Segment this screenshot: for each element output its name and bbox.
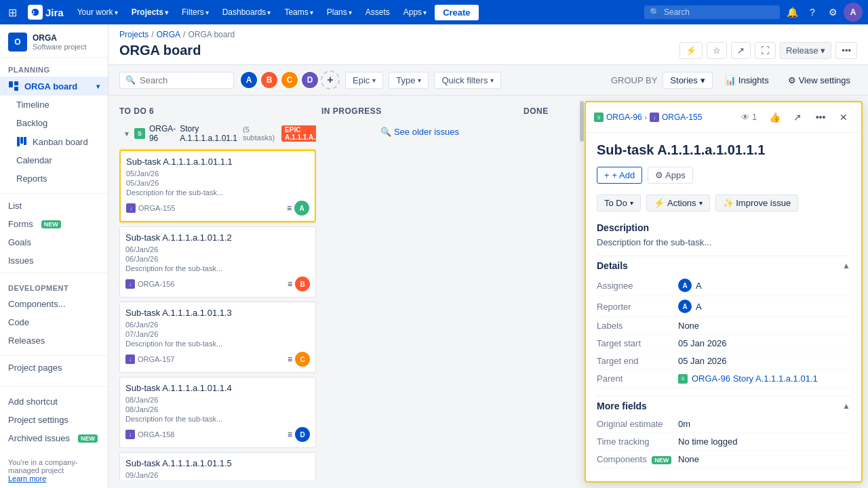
sidebar-item-goals[interactable]: Goals <box>0 233 108 251</box>
card-156-title: Sub-task A.1.1.1.a.1.01.1.2 <box>125 232 310 243</box>
board-search-input[interactable] <box>140 75 228 85</box>
share-icon-btn[interactable]: ↗ <box>731 42 751 59</box>
board-search-wrap[interactable]: 🔍 <box>119 72 234 89</box>
projects-menu[interactable]: Projects▾ <box>126 5 174 20</box>
details-header[interactable]: Details ▲ <box>597 256 850 275</box>
plans-menu[interactable]: Plans▾ <box>321 5 357 20</box>
original-estimate-value: 0m <box>678 419 690 429</box>
apps-menu[interactable]: Apps▾ <box>398 5 432 20</box>
panel-bc-parent-link[interactable]: ORGA-96 <box>606 113 642 122</box>
help-icon[interactable]: ? <box>803 3 822 22</box>
epic-header[interactable]: ▼ S ORGA-96 Story A.1.1.1.a.1.01.1 (5 su… <box>119 121 316 146</box>
card-159[interactable]: Sub-task A.1.1.1.a.1.01.1.5 09/Jan/26 09… <box>119 452 316 480</box>
sidebar-item-code[interactable]: Code <box>0 313 108 331</box>
thumbs-up-btn[interactable]: 👍 <box>765 108 784 127</box>
more-fields-header[interactable]: More fields ▲ <box>597 396 850 415</box>
expand-icon-btn[interactable]: ⛶ <box>755 42 776 59</box>
close-panel-btn[interactable]: ✕ <box>834 108 853 127</box>
description-section: Description Description for the sub-task… <box>597 222 850 247</box>
sidebar-item-board[interactable]: ORGA board ▾ <box>0 77 108 96</box>
actions-btn[interactable]: ⚡ Actions ▾ <box>646 195 710 211</box>
share-panel-btn[interactable]: ↗ <box>788 108 807 127</box>
more-panel-btn[interactable]: ••• <box>811 108 830 127</box>
more-options-btn[interactable]: ••• <box>835 42 857 59</box>
breadcrumb-orga[interactable]: ORGA <box>157 30 180 39</box>
sidebar-item-timeline[interactable]: Timeline <box>0 96 108 114</box>
filters-menu[interactable]: Filters▾ <box>176 5 214 20</box>
avatar-c[interactable]: C <box>280 70 299 89</box>
sidebar-item-components[interactable]: Components... <box>0 295 108 313</box>
kanban-icon <box>16 136 27 147</box>
create-button[interactable]: Create <box>435 5 478 20</box>
sidebar-item-issues[interactable]: Issues <box>0 251 108 270</box>
details-section: Details ▲ Assignee A A Reporter <box>597 256 850 388</box>
view-settings-btn[interactable]: ⚙ View settings <box>781 73 857 88</box>
sidebar-item-add-shortcut[interactable]: Add shortcut <box>0 392 108 411</box>
sidebar-item-reports[interactable]: Reports <box>0 169 108 188</box>
footer-text: You're in a company-managed project <box>8 458 100 474</box>
breadcrumb-projects[interactable]: Projects <box>119 30 149 39</box>
card-157-desc: Description for the sub-task... <box>125 340 310 348</box>
svg-rect-6 <box>20 137 23 144</box>
star-icon-btn[interactable]: ☆ <box>707 42 727 59</box>
stories-filter-btn[interactable]: Stories ▾ <box>663 72 712 89</box>
target-start-label: Target start <box>597 338 678 348</box>
board-scrollbar[interactable] <box>579 96 585 488</box>
release-button[interactable]: Release ▾ <box>780 42 831 59</box>
add-avatar-btn[interactable]: + <box>321 70 340 89</box>
user-avatar[interactable]: A <box>844 3 863 22</box>
search-input[interactable] <box>664 7 759 17</box>
archived-badge: NEW <box>78 434 98 443</box>
card-158[interactable]: Sub-task A.1.1.1.a.1.01.1.4 08/Jan/26 08… <box>119 377 316 448</box>
board-scroll-thumb[interactable] <box>580 101 584 142</box>
board-label: ORGA board <box>24 81 77 92</box>
type-filter-btn[interactable]: Type ▾ <box>389 72 429 89</box>
search-bar[interactable]: 🔍 <box>644 5 780 19</box>
see-older-btn[interactable]: 🔍 See older issues <box>321 121 518 142</box>
card-158-id: ORGA-158 <box>138 430 174 439</box>
card-156[interactable]: Sub-task A.1.1.1.a.1.01.1.2 06/Jan/26 06… <box>119 226 316 298</box>
sidebar-item-archived[interactable]: Archived issues NEW <box>0 429 108 447</box>
details-label: Details <box>597 260 628 271</box>
your-work-menu[interactable]: Your work▾ <box>72 5 123 20</box>
improve-btn[interactable]: ✨ Improve issue <box>715 195 799 211</box>
card-157[interactable]: Sub-task A.1.1.1.a.1.01.1.3 06/Jan/26 07… <box>119 302 316 373</box>
main-content: Projects / ORGA / ORGA board ORGA board … <box>108 24 868 488</box>
panel-bc-current-link[interactable]: ORGA-155 <box>662 113 702 122</box>
assignee-avatar: A <box>678 279 692 292</box>
panel-breadcrumb: S ORGA-96 › ↓ ORGA-155 <box>594 113 702 122</box>
learn-more-link[interactable]: Learn more <box>8 474 46 483</box>
card-155[interactable]: Sub-task A.1.1.1.a.1.01.1.1 05/Jan/26 05… <box>119 150 316 222</box>
panel-apps-btn[interactable]: ⚙ Apps <box>648 167 693 184</box>
bolt-icon-btn[interactable]: ⚡ <box>679 42 703 59</box>
avatar-d[interactable]: D <box>300 70 319 89</box>
insights-btn[interactable]: 📊 Insights <box>718 73 776 88</box>
settings-icon[interactable]: ⚙ <box>823 3 842 22</box>
apps-grid-icon[interactable]: ⊞ <box>5 3 20 22</box>
svg-rect-7 <box>24 137 26 145</box>
avatar-b[interactable]: B <box>260 70 279 89</box>
page-title-row: ORGA board ⚡ ☆ ↗ ⛶ Release ▾ ••• <box>119 42 857 64</box>
card-157-title: Sub-task A.1.1.1.a.1.01.1.3 <box>125 308 310 318</box>
sidebar-item-list[interactable]: List <box>0 197 108 215</box>
sidebar-item-calendar[interactable]: Calendar <box>0 151 108 169</box>
sidebar-item-backlog[interactable]: Backlog <box>0 114 108 132</box>
sidebar-item-releases[interactable]: Releases <box>0 331 108 350</box>
watchers-btn[interactable]: 👁 1 <box>737 111 761 123</box>
sidebar-item-project-pages[interactable]: Project pages <box>0 359 108 377</box>
notifications-icon[interactable]: 🔔 <box>783 3 802 22</box>
panel-add-btn[interactable]: + + Add <box>597 167 642 184</box>
epic-filter-btn[interactable]: Epic ▾ <box>345 72 383 89</box>
dashboards-menu[interactable]: Dashboards▾ <box>217 5 277 20</box>
sidebar-dev-section: DEVELOPMENT Components... Code Releases <box>0 276 108 352</box>
status-dropdown-btn[interactable]: To Do ▾ <box>597 195 641 211</box>
assets-menu[interactable]: Assets <box>360 5 395 20</box>
quick-filters-btn[interactable]: Quick filters ▾ <box>434 72 501 89</box>
avatar-a[interactable]: A <box>239 70 258 89</box>
sidebar-item-project-settings[interactable]: Project settings <box>0 411 108 429</box>
sidebar-item-kanban[interactable]: Kanban board <box>0 132 108 151</box>
card-158-footer: ↓ ORGA-158 ≡ D <box>125 427 310 442</box>
teams-menu[interactable]: Teams▾ <box>279 5 318 20</box>
sidebar-item-forms[interactable]: Forms NEW <box>0 215 108 233</box>
parent-link[interactable]: ORGA-96 Story A.1.1.1.a.1.01.1 <box>692 373 818 384</box>
